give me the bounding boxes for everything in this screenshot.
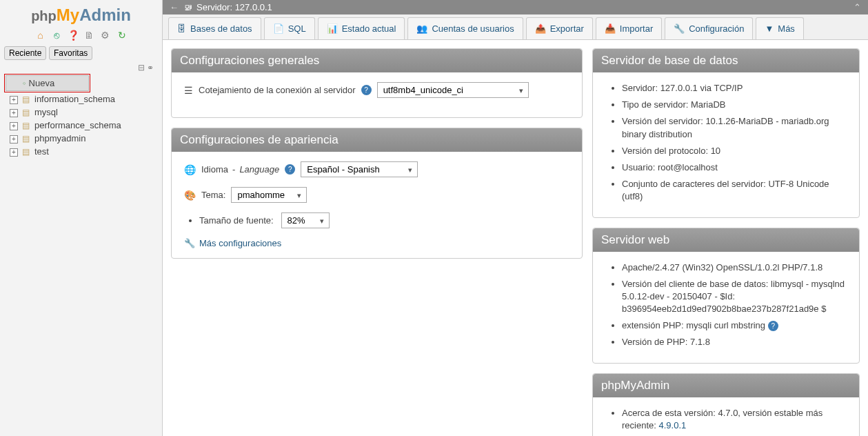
database-icon: ▤ (22, 121, 32, 130)
db-label: test (34, 146, 49, 157)
sidebar-toolbar: ⌂ ⎋ ❓ 🗎 ⚙ ↻ (0, 26, 162, 43)
wrench-icon: 🔧 (184, 238, 195, 248)
breadcrumb-arrow-icon: ← (170, 2, 179, 12)
main-panel: ← 🖳 Servidor: 127.0.0.1 ⌃ 🗄Bases de dato… (163, 0, 868, 436)
expand-icon[interactable]: + (10, 96, 18, 104)
content: Configuraciones generales ☰ Cotejamiento… (163, 40, 868, 436)
row-language: 🌐 Idioma - Language ? Español - Spanish (184, 161, 569, 177)
db-label: performance_schema (34, 120, 121, 130)
expand-icon[interactable]: + (10, 122, 18, 130)
home-icon[interactable]: ⌂ (34, 30, 46, 41)
tree-db[interactable]: +▤test (3, 145, 159, 158)
sidebar-panel: phpMyAdmin ⌂ ⎋ ❓ 🗎 ⚙ ↻ Reciente Favorita… (0, 0, 163, 436)
info-item: extensión PHP: mysqli curl mbstring ? (622, 319, 847, 332)
tab-export[interactable]: 📤Exportar (526, 17, 593, 39)
info-item: Versión del protocolo: 10 (622, 145, 847, 157)
reload-icon[interactable]: ↻ (117, 30, 128, 41)
logo-php: php (31, 8, 57, 23)
panel-title: Servidor web (593, 228, 859, 252)
db-label: phpmyadmin (34, 133, 85, 143)
logo-my: My (57, 6, 79, 24)
settings-tab-icon: 🔧 (674, 23, 685, 34)
tab-recent[interactable]: Reciente (4, 46, 46, 60)
tab-users[interactable]: 👥Cuentas de usuarios (407, 17, 523, 39)
tab-settings[interactable]: 🔧Configuración (665, 17, 753, 39)
expand-icon[interactable]: + (10, 109, 18, 117)
server-label: Servidor: 127.0.0.1 (196, 2, 272, 12)
tab-label: SQL (288, 23, 306, 34)
tree-new[interactable]: ◦Nueva (6, 75, 89, 91)
web-server-info: Apache/2.4.27 (Win32) OpenSSL/1.0.2l PHP… (605, 261, 847, 349)
db-label: information_schema (34, 94, 115, 104)
tab-import[interactable]: 📥Importar (596, 17, 662, 39)
row-fontsize: Tamaño de fuente: 82% (199, 212, 569, 228)
language-icon: 🌐 (184, 164, 196, 175)
col-left: Configuraciones generales ☰ Cotejamiento… (171, 48, 583, 436)
tab-favorites[interactable]: Favoritas (49, 46, 92, 60)
help-icon[interactable]: ? (285, 164, 295, 175)
db-server-info: Servidor: 127.0.0.1 via TCP/IP Tipo de s… (605, 82, 847, 204)
panel-appearance: Configuraciones de apariencia 🌐 Idioma -… (171, 128, 583, 259)
info-item: Conjunto de caracteres del servidor: UTF… (622, 178, 847, 203)
tab-label: Configuración (689, 23, 744, 34)
tree-db[interactable]: +▤performance_schema (3, 119, 159, 132)
database-icon: ▤ (22, 147, 32, 157)
help-icon[interactable]: ? (768, 321, 778, 331)
panel-title: phpMyAdmin (593, 374, 859, 397)
tree-toolbar: ⊟ ⚭ (0, 63, 162, 72)
tab-databases[interactable]: 🗄Bases de datos (168, 17, 261, 39)
info-item: Apache/2.4.27 (Win32) OpenSSL/1.0.2l PHP… (622, 261, 847, 274)
collapse-all-icon[interactable]: ⊟ (138, 63, 145, 72)
fontsize-select[interactable]: 82% (281, 212, 330, 228)
panel-general-settings: Configuraciones generales ☰ Cotejamiento… (171, 48, 583, 118)
users-icon: 👥 (416, 23, 427, 34)
help-icon[interactable]: ? (361, 85, 372, 95)
collapse-topbar-icon[interactable]: ⌃ (854, 2, 861, 12)
sql-icon[interactable]: 🗎 (83, 30, 94, 41)
theme-icon: 🎨 (184, 190, 196, 201)
expand-icon[interactable]: + (10, 148, 18, 157)
row-theme: 🎨 Tema: pmahomme (184, 187, 569, 203)
tab-status[interactable]: 📊Estado actual (318, 17, 405, 39)
highlight-nueva: ◦Nueva (4, 74, 90, 92)
logo-admin: Admin (79, 6, 131, 24)
row-collation: ☰ Cotejamiento de la conexión al servido… (184, 82, 569, 98)
docs-icon[interactable]: ❓ (68, 30, 79, 41)
info-item: Versión de PHP: 7.1.8 (622, 336, 847, 348)
database-icon: ▤ (22, 108, 32, 117)
panel-web-server: Servidor web Apache/2.4.27 (Win32) OpenS… (592, 228, 860, 364)
panel-title: Configuraciones de apariencia (172, 128, 582, 152)
pma-version-link[interactable]: 4.9.0.1 (658, 420, 686, 430)
tab-label: Cuentas de usuarios (432, 23, 514, 34)
tab-more[interactable]: ▼Más (756, 17, 803, 39)
tab-label: Exportar (550, 23, 584, 34)
theme-select[interactable]: pmahomme (231, 187, 307, 203)
language-label: Idioma - Language (201, 164, 279, 175)
tab-label: Más (778, 23, 795, 34)
fontsize-label: Tamaño de fuente: (199, 215, 274, 226)
tree-db[interactable]: +▤mysql (3, 106, 159, 119)
db-tree: ◦Nueva +▤information_schema +▤mysql +▤pe… (0, 72, 162, 159)
expand-icon[interactable]: + (10, 135, 18, 143)
tree-db[interactable]: +▤information_schema (3, 92, 159, 106)
tab-sql[interactable]: 📄SQL (264, 17, 315, 39)
tree-db[interactable]: +▤phpmyadmin (3, 132, 159, 145)
db-label: mysql (34, 107, 58, 117)
more-settings-link[interactable]: 🔧 Más configuraciones (184, 238, 569, 248)
logout-icon[interactable]: ⎋ (51, 30, 62, 41)
import-icon: 📥 (605, 23, 616, 34)
collation-icon: ☰ (184, 85, 193, 96)
info-item: Tipo de servidor: MariaDB (622, 99, 847, 111)
status-icon: 📊 (327, 23, 338, 34)
panel-title: Servidor de base de datos (593, 49, 859, 72)
settings-icon[interactable]: ⚙ (100, 30, 111, 41)
link-icon[interactable]: ⚭ (147, 63, 154, 72)
theme-label: Tema: (201, 190, 225, 200)
sidebar-mini-tabs: Reciente Favoritas (0, 43, 162, 63)
more-settings-label: Más configuraciones (199, 238, 281, 248)
info-item: Usuario: root@localhost (622, 161, 847, 174)
language-select[interactable]: Español - Spanish (301, 161, 418, 177)
logo: phpMyAdmin (0, 0, 162, 26)
collation-select[interactable]: utf8mb4_unicode_ci (377, 82, 529, 98)
more-icon: ▼ (765, 23, 774, 34)
